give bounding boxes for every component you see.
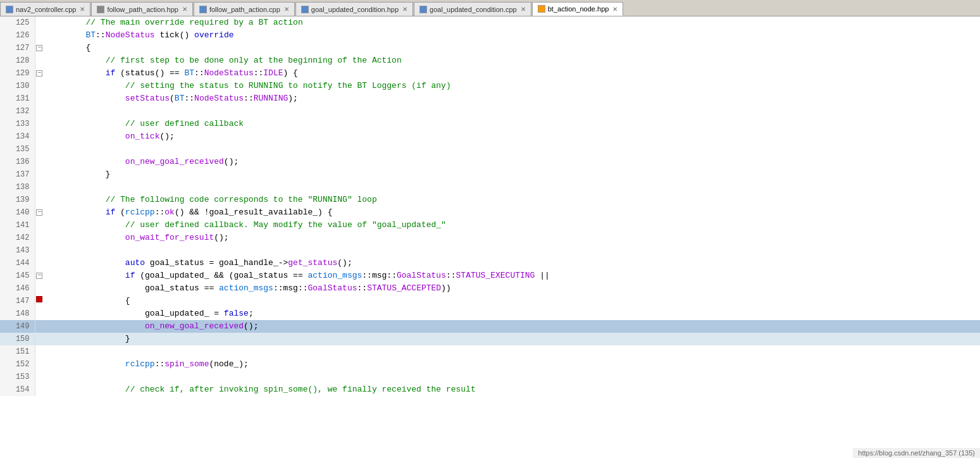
tab-bt-action-node[interactable]: bt_action_node.hpp ✕: [532, 2, 624, 16]
line-number: 138: [0, 181, 35, 194]
fold-marker: [35, 16, 44, 29]
fold-marker[interactable]: −: [35, 269, 44, 282]
fold-marker[interactable]: [35, 295, 44, 307]
line-number: 126: [0, 29, 35, 42]
table-row: 134 on_tick();: [0, 130, 980, 143]
code-line-content: [44, 345, 980, 358]
table-row: 154 // check if, after invoking spin_som…: [0, 383, 980, 396]
code-line-content: // check if, after invoking spin_some(),…: [44, 383, 980, 396]
code-line-content: // first step to be done only at the beg…: [44, 54, 980, 67]
table-row: 149 on_new_goal_received();: [0, 320, 980, 333]
tab-label-goal-cpp: goal_updated_condition.cpp: [430, 6, 517, 13]
code-line-content: // user defined callback: [44, 118, 980, 130]
table-row: 137 }: [0, 168, 980, 181]
fold-marker: [35, 105, 44, 118]
fold-marker: [35, 168, 44, 181]
code-scroll-area[interactable]: 125 // The main override required by a B…: [0, 16, 980, 457]
table-row: 139 // The following code corresponds to…: [0, 194, 980, 206]
line-number: 137: [0, 168, 35, 181]
tab-goal-updated-cpp[interactable]: goal_updated_condition.cpp ✕: [414, 2, 531, 16]
fold-marker[interactable]: −: [35, 42, 44, 54]
tab-icon-goal-cpp: [419, 6, 427, 13]
tab-label-goal-hpp: goal_updated_condition.hpp: [311, 6, 399, 13]
line-number: 136: [0, 156, 35, 168]
code-line-content: goal_status == action_msgs::msg::GoalSta…: [44, 282, 980, 295]
fold-marker: [35, 80, 44, 92]
line-number: 142: [0, 232, 35, 244]
line-number: 128: [0, 54, 35, 67]
line-number: 151: [0, 345, 35, 358]
tab-label-follow-cpp: follow_path_action.cpp: [209, 6, 280, 13]
code-line-content: // The main override required by a BT ac…: [44, 16, 980, 29]
code-line-content: {: [44, 295, 980, 307]
fold-marker: [35, 371, 44, 383]
tab-goal-updated-hpp[interactable]: goal_updated_condition.hpp ✕: [295, 2, 413, 16]
tab-close-goal-hpp[interactable]: ✕: [402, 6, 407, 13]
code-line-content: // setting the status to RUNNING to noti…: [44, 80, 980, 92]
tab-bar: nav2_controller.cpp ✕ follow_path_action…: [0, 0, 980, 16]
code-line-content: // user defined callback. May modify the…: [44, 219, 980, 232]
fold-marker[interactable]: −: [35, 206, 44, 219]
line-number: 135: [0, 143, 35, 156]
fold-marker: [35, 320, 44, 333]
code-line-content: if (goal_updated_ && (goal_status == act…: [44, 269, 980, 282]
fold-icon[interactable]: −: [36, 45, 42, 51]
line-number: 143: [0, 244, 35, 257]
table-row: 141 // user defined callback. May modify…: [0, 219, 980, 232]
code-line-content: // The following code corresponds to the…: [44, 194, 980, 206]
fold-marker: [35, 92, 44, 105]
code-line-content: on_tick();: [44, 130, 980, 143]
fold-marker[interactable]: −: [35, 67, 44, 80]
code-line-content: setStatus(BT::NodeStatus::RUNNING);: [44, 92, 980, 105]
tab-follow-path-cpp[interactable]: follow_path_action.cpp ✕: [194, 2, 295, 16]
code-line-content: [44, 143, 980, 156]
fold-icon[interactable]: −: [36, 209, 42, 216]
tab-close-follow-hpp[interactable]: ✕: [182, 6, 187, 13]
fold-marker: [35, 307, 44, 320]
line-number: 141: [0, 219, 35, 232]
code-line-content: BT::NodeStatus tick() override: [44, 29, 980, 42]
line-number: 139: [0, 194, 35, 206]
fold-marker: [35, 257, 44, 269]
line-number: 145: [0, 269, 35, 282]
tab-close-goal-cpp[interactable]: ✕: [521, 6, 526, 13]
code-line-content: {: [44, 42, 980, 54]
tab-follow-path-hpp[interactable]: follow_path_action.hpp ✕: [91, 2, 193, 16]
line-number: 127: [0, 42, 35, 54]
table-row: 148 goal_updated_ = false;: [0, 307, 980, 320]
tab-icon-nav2: [6, 6, 13, 13]
line-number: 146: [0, 282, 35, 295]
fold-icon[interactable]: −: [36, 273, 42, 279]
code-line-content: on_new_goal_received();: [44, 320, 980, 333]
table-row: 126 BT::NodeStatus tick() override: [0, 29, 980, 42]
fold-marker: [35, 130, 44, 143]
tab-icon-goal-hpp: [301, 6, 309, 13]
tab-close-nav2[interactable]: ✕: [80, 6, 85, 13]
line-number: 149: [0, 320, 35, 333]
line-number: 130: [0, 80, 35, 92]
table-row: 138: [0, 181, 980, 194]
fold-marker: [35, 244, 44, 257]
table-row: 133 // user defined callback: [0, 118, 980, 130]
table-row: 128 // first step to be done only at the…: [0, 54, 980, 67]
fold-marker: [35, 143, 44, 156]
table-row: 143: [0, 244, 980, 257]
table-row: 145− if (goal_updated_ && (goal_status =…: [0, 269, 980, 282]
error-marker-icon: [36, 296, 42, 302]
table-row: 125 // The main override required by a B…: [0, 16, 980, 29]
fold-icon[interactable]: −: [36, 70, 42, 77]
tab-icon-bt: [538, 5, 545, 13]
tab-close-bt[interactable]: ✕: [612, 6, 617, 13]
code-line-content: rclcpp::spin_some(node_);: [44, 358, 980, 371]
tab-nav2-controller[interactable]: nav2_controller.cpp ✕: [0, 2, 90, 16]
tab-label-nav2: nav2_controller.cpp: [16, 6, 76, 13]
tab-close-follow-cpp[interactable]: ✕: [284, 6, 289, 13]
code-line-content: }: [44, 168, 980, 181]
table-row: 144 auto goal_status = goal_handle_->get…: [0, 257, 980, 269]
line-number: 140: [0, 206, 35, 219]
code-table: 125 // The main override required by a B…: [0, 16, 980, 396]
line-number: 144: [0, 257, 35, 269]
line-number: 148: [0, 307, 35, 320]
line-number: 153: [0, 371, 35, 383]
table-row: 129− if (status() == BT::NodeStatus::IDL…: [0, 67, 980, 80]
